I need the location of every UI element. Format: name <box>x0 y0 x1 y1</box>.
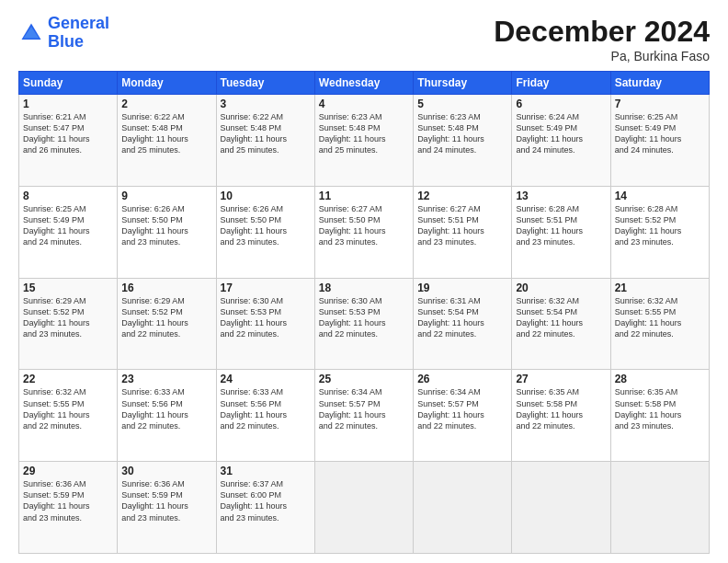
header: General Blue December 2024 Pa, Burkina F… <box>18 15 710 63</box>
cell-content: Sunrise: 6:28 AMSunset: 5:51 PMDaylight:… <box>516 203 606 248</box>
day-number: 10 <box>221 190 311 202</box>
cell-content: Sunrise: 6:36 AMSunset: 5:59 PMDaylight:… <box>121 478 211 523</box>
day-number: 12 <box>417 190 507 202</box>
cell-content: Sunrise: 6:37 AMSunset: 6:00 PMDaylight:… <box>221 478 311 523</box>
day-number: 15 <box>23 282 113 294</box>
calendar-cell: 31 Sunrise: 6:37 AMSunset: 6:00 PMDaylig… <box>216 462 314 554</box>
cell-content: Sunrise: 6:27 AMSunset: 5:51 PMDaylight:… <box>417 203 507 248</box>
calendar-cell: 14 Sunrise: 6:28 AMSunset: 5:52 PMDaylig… <box>610 186 709 278</box>
cell-content: Sunrise: 6:23 AMSunset: 5:48 PMDaylight:… <box>319 111 409 156</box>
page: General Blue December 2024 Pa, Burkina F… <box>0 0 728 563</box>
day-number: 5 <box>417 98 507 110</box>
calendar-week-4: 22 Sunrise: 6:32 AMSunset: 5:55 PMDaylig… <box>19 370 710 462</box>
calendar-week-2: 8 Sunrise: 6:25 AMSunset: 5:49 PMDayligh… <box>19 186 710 278</box>
day-number: 8 <box>23 190 113 202</box>
cell-content: Sunrise: 6:30 AMSunset: 5:53 PMDaylight:… <box>221 295 311 340</box>
day-number: 18 <box>319 282 409 294</box>
day-number: 17 <box>221 282 311 294</box>
cell-content: Sunrise: 6:26 AMSunset: 5:50 PMDaylight:… <box>121 203 211 248</box>
day-number: 26 <box>417 373 507 385</box>
calendar-cell: 11 Sunrise: 6:27 AMSunset: 5:50 PMDaylig… <box>314 186 413 278</box>
calendar-cell: 10 Sunrise: 6:26 AMSunset: 5:50 PMDaylig… <box>216 186 314 278</box>
calendar-cell: 27 Sunrise: 6:35 AMSunset: 5:58 PMDaylig… <box>512 370 610 462</box>
calendar-cell: 2 Sunrise: 6:22 AMSunset: 5:48 PMDayligh… <box>118 95 216 187</box>
cell-content: Sunrise: 6:25 AMSunset: 5:49 PMDaylight:… <box>23 203 113 248</box>
calendar-cell <box>414 462 512 554</box>
calendar-cell: 21 Sunrise: 6:32 AMSunset: 5:55 PMDaylig… <box>610 278 709 370</box>
calendar-cell: 25 Sunrise: 6:34 AMSunset: 5:57 PMDaylig… <box>314 370 413 462</box>
calendar-cell: 17 Sunrise: 6:30 AMSunset: 5:53 PMDaylig… <box>216 278 314 370</box>
day-number: 23 <box>121 373 211 385</box>
day-number: 20 <box>516 282 606 294</box>
day-number: 9 <box>121 190 211 202</box>
day-number: 3 <box>221 98 311 110</box>
calendar-cell: 19 Sunrise: 6:31 AMSunset: 5:54 PMDaylig… <box>414 278 512 370</box>
cell-content: Sunrise: 6:34 AMSunset: 5:57 PMDaylight:… <box>319 386 409 431</box>
cell-content: Sunrise: 6:34 AMSunset: 5:57 PMDaylight:… <box>417 386 507 431</box>
day-number: 16 <box>121 282 211 294</box>
calendar-cell: 28 Sunrise: 6:35 AMSunset: 5:58 PMDaylig… <box>610 370 709 462</box>
calendar-cell: 1 Sunrise: 6:21 AMSunset: 5:47 PMDayligh… <box>19 95 118 187</box>
calendar-week-3: 15 Sunrise: 6:29 AMSunset: 5:52 PMDaylig… <box>19 278 710 370</box>
day-number: 30 <box>121 465 211 477</box>
cell-content: Sunrise: 6:28 AMSunset: 5:52 PMDaylight:… <box>615 203 705 248</box>
day-number: 21 <box>615 282 705 294</box>
calendar-cell: 24 Sunrise: 6:33 AMSunset: 5:56 PMDaylig… <box>216 370 314 462</box>
calendar-cell: 23 Sunrise: 6:33 AMSunset: 5:56 PMDaylig… <box>118 370 216 462</box>
day-number: 19 <box>417 282 507 294</box>
calendar-cell: 13 Sunrise: 6:28 AMSunset: 5:51 PMDaylig… <box>512 186 610 278</box>
day-number: 29 <box>23 465 113 477</box>
calendar-cell: 18 Sunrise: 6:30 AMSunset: 5:53 PMDaylig… <box>314 278 413 370</box>
cell-content: Sunrise: 6:24 AMSunset: 5:49 PMDaylight:… <box>516 111 606 156</box>
day-number: 6 <box>516 98 606 110</box>
cell-content: Sunrise: 6:29 AMSunset: 5:52 PMDaylight:… <box>23 295 113 340</box>
cell-content: Sunrise: 6:25 AMSunset: 5:49 PMDaylight:… <box>615 111 705 156</box>
cell-content: Sunrise: 6:29 AMSunset: 5:52 PMDaylight:… <box>121 295 211 340</box>
cell-content: Sunrise: 6:32 AMSunset: 5:55 PMDaylight:… <box>615 295 705 340</box>
calendar-header-wednesday: Wednesday <box>314 72 413 95</box>
calendar-cell: 3 Sunrise: 6:22 AMSunset: 5:48 PMDayligh… <box>216 95 314 187</box>
day-number: 2 <box>121 98 211 110</box>
calendar-cell: 16 Sunrise: 6:29 AMSunset: 5:52 PMDaylig… <box>118 278 216 370</box>
calendar-header-thursday: Thursday <box>414 72 512 95</box>
day-number: 22 <box>23 373 113 385</box>
day-number: 27 <box>516 373 606 385</box>
day-number: 7 <box>615 98 705 110</box>
cell-content: Sunrise: 6:36 AMSunset: 5:59 PMDaylight:… <box>23 478 113 523</box>
day-number: 31 <box>221 465 311 477</box>
location: Pa, Burkina Faso <box>494 49 710 63</box>
calendar-header-sunday: Sunday <box>19 72 118 95</box>
calendar-header-saturday: Saturday <box>610 72 709 95</box>
calendar-cell <box>512 462 610 554</box>
calendar-cell: 29 Sunrise: 6:36 AMSunset: 5:59 PMDaylig… <box>19 462 118 554</box>
calendar-cell <box>314 462 413 554</box>
cell-content: Sunrise: 6:32 AMSunset: 5:55 PMDaylight:… <box>23 386 113 431</box>
day-number: 11 <box>319 190 409 202</box>
calendar-cell: 9 Sunrise: 6:26 AMSunset: 5:50 PMDayligh… <box>118 186 216 278</box>
day-number: 1 <box>23 98 113 110</box>
cell-content: Sunrise: 6:22 AMSunset: 5:48 PMDaylight:… <box>221 111 311 156</box>
calendar-cell: 7 Sunrise: 6:25 AMSunset: 5:49 PMDayligh… <box>610 95 709 187</box>
logo: General Blue <box>18 15 109 52</box>
day-number: 4 <box>319 98 409 110</box>
cell-content: Sunrise: 6:33 AMSunset: 5:56 PMDaylight:… <box>121 386 211 431</box>
calendar-week-1: 1 Sunrise: 6:21 AMSunset: 5:47 PMDayligh… <box>19 95 710 187</box>
calendar-header-friday: Friday <box>512 72 610 95</box>
calendar-cell: 22 Sunrise: 6:32 AMSunset: 5:55 PMDaylig… <box>19 370 118 462</box>
calendar-cell: 26 Sunrise: 6:34 AMSunset: 5:57 PMDaylig… <box>414 370 512 462</box>
cell-content: Sunrise: 6:30 AMSunset: 5:53 PMDaylight:… <box>319 295 409 340</box>
calendar-cell: 5 Sunrise: 6:23 AMSunset: 5:48 PMDayligh… <box>414 95 512 187</box>
cell-content: Sunrise: 6:26 AMSunset: 5:50 PMDaylight:… <box>221 203 311 248</box>
calendar-cell: 4 Sunrise: 6:23 AMSunset: 5:48 PMDayligh… <box>314 95 413 187</box>
calendar-cell: 8 Sunrise: 6:25 AMSunset: 5:49 PMDayligh… <box>19 186 118 278</box>
calendar-cell <box>610 462 709 554</box>
day-number: 14 <box>615 190 705 202</box>
calendar-cell: 30 Sunrise: 6:36 AMSunset: 5:59 PMDaylig… <box>118 462 216 554</box>
calendar-cell: 12 Sunrise: 6:27 AMSunset: 5:51 PMDaylig… <box>414 186 512 278</box>
title-block: December 2024 Pa, Burkina Faso <box>494 15 710 63</box>
cell-content: Sunrise: 6:35 AMSunset: 5:58 PMDaylight:… <box>615 386 705 431</box>
calendar-cell: 6 Sunrise: 6:24 AMSunset: 5:49 PMDayligh… <box>512 95 610 187</box>
calendar-week-5: 29 Sunrise: 6:36 AMSunset: 5:59 PMDaylig… <box>19 462 710 554</box>
calendar-header-tuesday: Tuesday <box>216 72 314 95</box>
day-number: 13 <box>516 190 606 202</box>
